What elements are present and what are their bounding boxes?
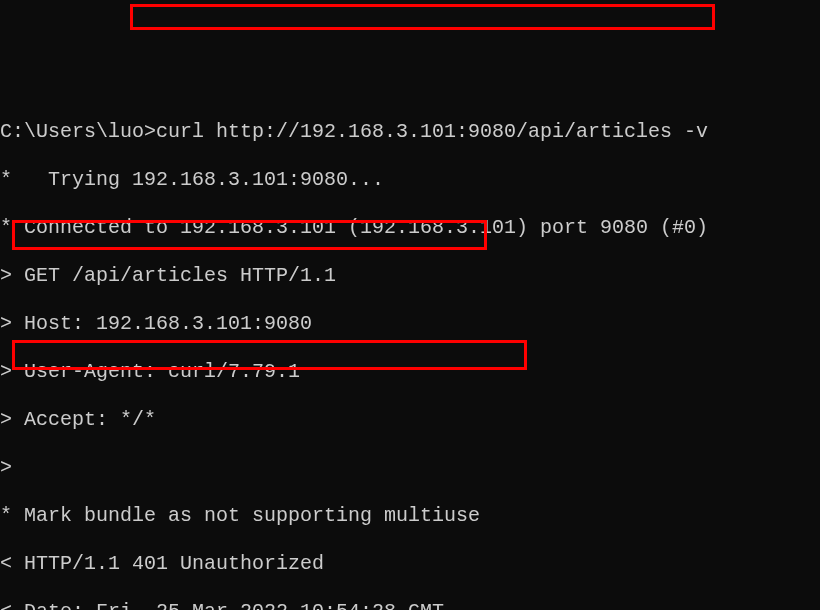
output-line: < HTTP/1.1 401 Unauthorized [0,552,820,576]
output-line: < Date: Fri, 25 Mar 2022 10:54:28 GMT [0,600,820,610]
output-line: > [0,456,820,480]
output-line: * Trying 192.168.3.101:9080... [0,168,820,192]
command-text: curl http://192.168.3.101:9080/api/artic… [156,120,708,143]
command-line[interactable]: C:\Users\luo>curl http://192.168.3.101:9… [0,120,820,144]
output-line: * Mark bundle as not supporting multiuse [0,504,820,528]
prompt-prefix: C:\Users\luo> [0,120,156,143]
output-line: > Accept: */* [0,408,820,432]
output-line: * Connected to 192.168.3.101 (192.168.3.… [0,216,820,240]
output-line: > Host: 192.168.3.101:9080 [0,312,820,336]
terminal-output: C:\Users\luo>curl http://192.168.3.101:9… [0,96,820,610]
output-line: > GET /api/articles HTTP/1.1 [0,264,820,288]
highlight-command [130,4,715,30]
output-line: > User-Agent: curl/7.79.1 [0,360,820,384]
